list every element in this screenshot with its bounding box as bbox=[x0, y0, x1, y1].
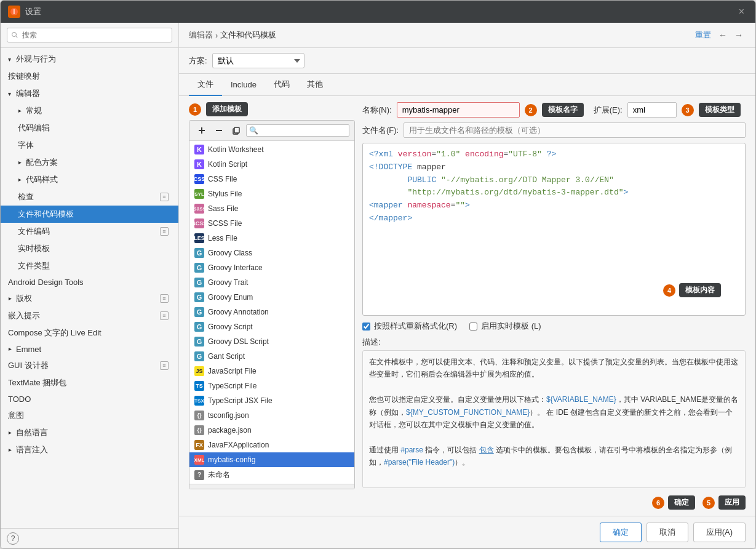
list-item[interactable]: {} package.json bbox=[189, 423, 354, 438]
remove-file-button[interactable] bbox=[212, 123, 226, 138]
sidebar-bottom-bar: ? bbox=[1, 528, 178, 548]
sidebar-item-label: 文件和代码模板 bbox=[18, 209, 74, 220]
annotation-apply-confirm: 6 确定 5 应用 bbox=[362, 495, 746, 510]
list-item[interactable]: FX JavaFXApplication bbox=[189, 438, 354, 452]
sidebar-item-intentions[interactable]: 意图 bbox=[1, 407, 178, 424]
sidebar-item-emmet[interactable]: ▾ Emmet bbox=[1, 342, 178, 357]
live-template-checkbox-label[interactable]: 启用实时模板 (L) bbox=[469, 321, 541, 332]
description-label: 描述: bbox=[362, 337, 746, 348]
list-item[interactable]: TSX TypeScript JSX File bbox=[189, 393, 354, 408]
ok-button[interactable]: 确定 bbox=[600, 523, 642, 542]
sidebar-item-keymaps[interactable]: 按键映射 bbox=[1, 68, 178, 85]
sidebar-item-copyright[interactable]: ▾ 版权 ≡ bbox=[1, 290, 178, 307]
reset-button[interactable]: 重置 bbox=[695, 30, 711, 41]
confirm-annotation-label: 确定 bbox=[668, 495, 695, 510]
file-name: 未命名 bbox=[208, 470, 230, 480]
copy-file-button[interactable] bbox=[229, 123, 244, 138]
forward-button[interactable]: → bbox=[732, 29, 746, 41]
sidebar-item-font[interactable]: 字体 bbox=[1, 137, 178, 154]
sidebar-item-label: 配色方案 bbox=[26, 157, 58, 168]
badge-3: 3 bbox=[682, 104, 694, 116]
cancel-button[interactable]: 取消 bbox=[647, 523, 688, 542]
reformat-checkbox[interactable] bbox=[362, 323, 370, 331]
sidebar-item-file-encoding[interactable]: 文件编码 ≡ bbox=[1, 223, 178, 240]
list-item[interactable]: G Groovy Class bbox=[189, 246, 354, 260]
sidebar-item-textmate[interactable]: TextMate 捆绑包 bbox=[1, 374, 178, 391]
groovy-icon: G bbox=[194, 263, 204, 273]
list-item[interactable]: Sass Sass File bbox=[189, 201, 354, 216]
groovy-icon: G bbox=[194, 278, 204, 287]
reformat-checkbox-label[interactable]: 按照样式重新格式化(R) bbox=[362, 321, 457, 332]
scheme-select[interactable]: 默认 bbox=[212, 53, 304, 68]
list-item[interactable]: SYL Stylus File bbox=[189, 186, 354, 201]
tsx-icon: TSX bbox=[194, 396, 204, 406]
sidebar-item-language-injection[interactable]: ▾ 语言注入 bbox=[1, 441, 178, 459]
list-item[interactable]: LES Less File bbox=[189, 231, 354, 246]
list-item[interactable]: G Groovy DSL Script bbox=[189, 334, 354, 349]
list-item[interactable]: CSS CSS File bbox=[189, 172, 354, 186]
sidebar-item-label: GUI 设计器 bbox=[8, 360, 49, 371]
kotlin-icon: K bbox=[194, 159, 204, 169]
sidebar-item-code-style[interactable]: ▾ 代码样式 bbox=[1, 171, 178, 188]
help-button[interactable]: ? bbox=[7, 532, 19, 545]
sidebar-item-color-scheme[interactable]: ▾ 配色方案 bbox=[1, 154, 178, 171]
sidebar-item-gui[interactable]: GUI 设计器 ≡ bbox=[1, 357, 178, 374]
file-name: Groovy Annotation bbox=[208, 308, 269, 316]
list-item[interactable]: G Gant Script bbox=[189, 349, 354, 364]
file-name: JavaFXApplication bbox=[208, 441, 269, 449]
back-button[interactable]: ← bbox=[716, 29, 730, 41]
sidebar-item-code-editing[interactable]: 代码编辑 bbox=[1, 119, 178, 137]
list-item-selected[interactable]: XML mybatis-config bbox=[189, 452, 354, 467]
file-name: SCSS File bbox=[208, 219, 242, 228]
less-icon: LES bbox=[194, 233, 204, 243]
close-button[interactable]: × bbox=[735, 5, 748, 18]
sidebar-item-label: Compose 文字的 Live Edit bbox=[8, 327, 101, 339]
list-item[interactable]: {} tsconfig.json bbox=[189, 408, 354, 423]
list-item[interactable]: G Groovy Trait bbox=[189, 275, 354, 290]
tab-other[interactable]: 其他 bbox=[298, 74, 332, 96]
list-item[interactable]: K Kotlin Worksheet bbox=[189, 142, 354, 157]
sidebar-item-inlay-hints[interactable]: 嵌入提示 ≡ bbox=[1, 307, 178, 324]
tab-file[interactable]: 文件 bbox=[189, 74, 222, 96]
sidebar-item-label: 常规 bbox=[26, 105, 42, 116]
template-name-label: 模板名字 bbox=[542, 103, 584, 117]
sidebar-item-inspections[interactable]: 检查 ≡ bbox=[1, 188, 178, 206]
live-template-checkbox[interactable] bbox=[469, 323, 477, 331]
add-file-button[interactable] bbox=[194, 123, 209, 138]
sidebar-item-android-design[interactable]: Android Design Tools bbox=[1, 274, 178, 290]
list-item[interactable]: SCSS SCSS File bbox=[189, 216, 354, 231]
tab-include[interactable]: Include bbox=[222, 75, 265, 95]
sidebar-item-appearance[interactable]: ▾ 外观与行为 bbox=[1, 50, 178, 68]
tab-code[interactable]: 代码 bbox=[265, 74, 298, 96]
apply-button[interactable]: 应用(A) bbox=[693, 523, 746, 542]
file-list-container: K Kotlin Worksheet K Kotlin Script CSS C… bbox=[189, 120, 355, 489]
search-template-input[interactable] bbox=[246, 124, 349, 137]
horizontal-scrollbar[interactable] bbox=[189, 484, 354, 489]
list-item[interactable]: K Kotlin Script bbox=[189, 157, 354, 172]
sidebar-item-file-templates[interactable]: 文件和代码模板 bbox=[1, 206, 178, 223]
file-list-toolbar bbox=[189, 121, 354, 141]
list-item[interactable]: TS TypeScript File bbox=[189, 379, 354, 393]
sidebar-item-file-types[interactable]: 文件类型 bbox=[1, 257, 178, 274]
list-item[interactable]: G Groovy Interface bbox=[189, 260, 354, 275]
sidebar-item-editor[interactable]: ▾ 编辑器 bbox=[1, 85, 178, 102]
list-item[interactable]: G Groovy Script bbox=[189, 319, 354, 334]
template-name-input[interactable] bbox=[397, 102, 520, 118]
description-text: 在文件模板中，您可以使用文本、代码、注释和预定义变量。以下提供了预定义变量的列表… bbox=[362, 350, 746, 488]
sidebar-item-live-templates[interactable]: 实时模板 bbox=[1, 240, 178, 257]
list-item[interactable]: G Groovy Enum bbox=[189, 290, 354, 305]
filename-input[interactable] bbox=[404, 122, 746, 138]
sidebar-item-label: 编辑器 bbox=[16, 88, 40, 99]
filename-label: 文件名(F): bbox=[362, 125, 399, 136]
sidebar-item-general[interactable]: ▾ 常规 bbox=[1, 102, 178, 119]
list-item[interactable]: G Groovy Annotation bbox=[189, 305, 354, 319]
description-section: 描述: 在文件模板中，您可以使用文本、代码、注释和预定义变量。以下提供了预定义变… bbox=[362, 337, 746, 510]
sidebar-item-natural-language[interactable]: ▾ 自然语言 bbox=[1, 424, 178, 441]
list-item[interactable]: JS JavaScript File bbox=[189, 364, 354, 379]
sidebar-item-todo[interactable]: TODO bbox=[1, 391, 178, 407]
badge-1: 1 bbox=[189, 103, 201, 116]
list-item[interactable]: ? 未命名 bbox=[189, 467, 354, 483]
ext-input[interactable] bbox=[627, 102, 677, 118]
sidebar-item-compose-live[interactable]: Compose 文字的 Live Edit bbox=[1, 324, 178, 342]
search-input[interactable] bbox=[7, 28, 172, 42]
